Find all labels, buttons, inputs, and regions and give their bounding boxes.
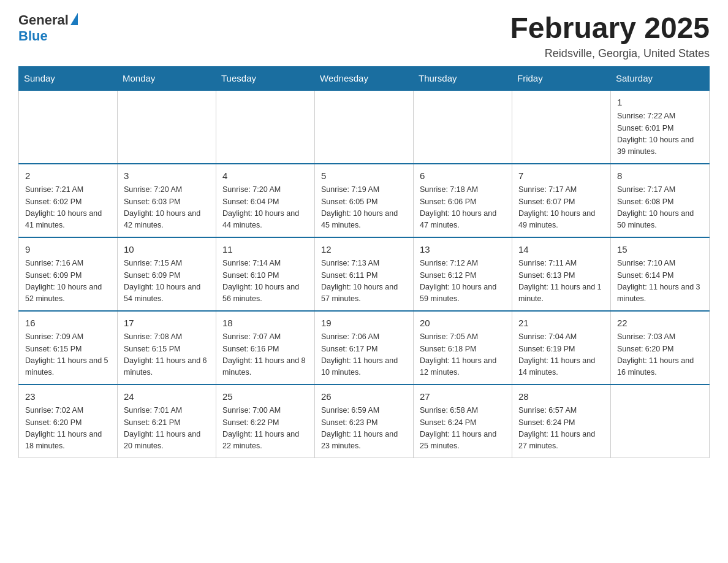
day-info: Sunrise: 7:13 AM Sunset: 6:11 PM Dayligh…	[321, 258, 407, 305]
day-info: Sunrise: 7:01 AM Sunset: 6:21 PM Dayligh…	[124, 405, 210, 453]
calendar-cell	[19, 90, 118, 164]
day-info: Sunrise: 7:00 AM Sunset: 6:22 PM Dayligh…	[222, 405, 308, 453]
day-info: Sunrise: 7:03 AM Sunset: 6:20 PM Dayligh…	[617, 331, 703, 379]
day-info: Sunrise: 7:20 AM Sunset: 6:03 PM Dayligh…	[124, 184, 210, 232]
calendar-cell: 5Sunrise: 7:19 AM Sunset: 6:05 PM Daylig…	[315, 164, 414, 237]
calendar-cell	[414, 90, 512, 164]
calendar-cell	[315, 90, 414, 164]
day-info: Sunrise: 7:04 AM Sunset: 6:19 PM Dayligh…	[518, 331, 604, 379]
day-info: Sunrise: 7:17 AM Sunset: 6:07 PM Dayligh…	[518, 184, 604, 232]
day-number: 3	[124, 169, 210, 183]
day-info: Sunrise: 7:16 AM Sunset: 6:09 PM Dayligh…	[25, 258, 111, 305]
day-info: Sunrise: 7:15 AM Sunset: 6:09 PM Dayligh…	[124, 258, 210, 305]
logo: General Blue	[18, 12, 78, 44]
day-number: 18	[222, 316, 308, 331]
day-number: 17	[124, 316, 210, 331]
calendar-cell: 23Sunrise: 7:02 AM Sunset: 6:20 PM Dayli…	[19, 385, 118, 458]
day-number: 1	[617, 96, 703, 110]
calendar-header-tuesday: Tuesday	[216, 66, 315, 90]
day-number: 5	[321, 169, 407, 183]
day-info: Sunrise: 7:21 AM Sunset: 6:02 PM Dayligh…	[25, 184, 111, 232]
calendar-cell	[611, 385, 710, 458]
logo-general-text: General	[18, 12, 69, 28]
day-number: 10	[124, 243, 210, 257]
calendar-week-row: 2Sunrise: 7:21 AM Sunset: 6:02 PM Daylig…	[19, 164, 710, 237]
day-number: 8	[617, 169, 703, 183]
day-number: 19	[321, 316, 407, 331]
calendar-cell: 7Sunrise: 7:17 AM Sunset: 6:07 PM Daylig…	[512, 164, 611, 237]
calendar-cell: 4Sunrise: 7:20 AM Sunset: 6:04 PM Daylig…	[216, 164, 315, 237]
calendar-cell: 13Sunrise: 7:12 AM Sunset: 6:12 PM Dayli…	[414, 237, 512, 311]
calendar-cell: 22Sunrise: 7:03 AM Sunset: 6:20 PM Dayli…	[611, 311, 710, 385]
calendar-header-thursday: Thursday	[414, 66, 512, 90]
calendar-cell: 21Sunrise: 7:04 AM Sunset: 6:19 PM Dayli…	[512, 311, 611, 385]
page-header: General Blue February 2025 Reidsville, G…	[18, 12, 710, 60]
calendar-cell: 18Sunrise: 7:07 AM Sunset: 6:16 PM Dayli…	[216, 311, 315, 385]
calendar-cell: 2Sunrise: 7:21 AM Sunset: 6:02 PM Daylig…	[19, 164, 118, 237]
day-info: Sunrise: 7:12 AM Sunset: 6:12 PM Dayligh…	[420, 258, 506, 305]
calendar-cell: 26Sunrise: 6:59 AM Sunset: 6:23 PM Dayli…	[315, 385, 414, 458]
calendar-cell: 27Sunrise: 6:58 AM Sunset: 6:24 PM Dayli…	[414, 385, 512, 458]
calendar-week-row: 23Sunrise: 7:02 AM Sunset: 6:20 PM Dayli…	[19, 385, 710, 458]
day-info: Sunrise: 7:17 AM Sunset: 6:08 PM Dayligh…	[617, 184, 703, 232]
day-number: 14	[518, 243, 604, 257]
calendar-week-row: 1Sunrise: 7:22 AM Sunset: 6:01 PM Daylig…	[19, 90, 710, 164]
day-number: 24	[124, 390, 210, 404]
day-number: 7	[518, 169, 604, 183]
logo-blue-text: Blue	[18, 28, 48, 44]
location-text: Reidsville, Georgia, United States	[510, 47, 710, 60]
day-number: 26	[321, 390, 407, 404]
calendar-cell: 15Sunrise: 7:10 AM Sunset: 6:14 PM Dayli…	[611, 237, 710, 311]
day-info: Sunrise: 7:07 AM Sunset: 6:16 PM Dayligh…	[222, 331, 308, 379]
day-number: 27	[420, 390, 506, 404]
day-number: 2	[25, 169, 111, 183]
logo-triangle-icon	[70, 13, 78, 25]
day-number: 28	[518, 390, 604, 404]
day-number: 25	[222, 390, 308, 404]
day-info: Sunrise: 7:22 AM Sunset: 6:01 PM Dayligh…	[617, 110, 703, 158]
day-number: 16	[25, 316, 111, 331]
calendar-cell: 12Sunrise: 7:13 AM Sunset: 6:11 PM Dayli…	[315, 237, 414, 311]
day-info: Sunrise: 7:08 AM Sunset: 6:15 PM Dayligh…	[124, 331, 210, 379]
day-number: 22	[617, 316, 703, 331]
day-number: 20	[420, 316, 506, 331]
title-section: February 2025 Reidsville, Georgia, Unite…	[510, 12, 710, 60]
calendar-cell: 14Sunrise: 7:11 AM Sunset: 6:13 PM Dayli…	[512, 237, 611, 311]
calendar-cell: 24Sunrise: 7:01 AM Sunset: 6:21 PM Dayli…	[118, 385, 216, 458]
day-number: 11	[222, 243, 308, 257]
calendar-cell	[216, 90, 315, 164]
day-info: Sunrise: 7:11 AM Sunset: 6:13 PM Dayligh…	[518, 258, 604, 305]
calendar-cell: 1Sunrise: 7:22 AM Sunset: 6:01 PM Daylig…	[611, 90, 710, 164]
day-info: Sunrise: 7:06 AM Sunset: 6:17 PM Dayligh…	[321, 331, 407, 379]
calendar-cell: 19Sunrise: 7:06 AM Sunset: 6:17 PM Dayli…	[315, 311, 414, 385]
day-info: Sunrise: 7:18 AM Sunset: 6:06 PM Dayligh…	[420, 184, 506, 232]
calendar-header-sunday: Sunday	[19, 66, 118, 90]
day-info: Sunrise: 6:57 AM Sunset: 6:24 PM Dayligh…	[518, 405, 604, 453]
calendar-cell: 6Sunrise: 7:18 AM Sunset: 6:06 PM Daylig…	[414, 164, 512, 237]
day-info: Sunrise: 6:59 AM Sunset: 6:23 PM Dayligh…	[321, 405, 407, 453]
day-number: 9	[25, 243, 111, 257]
calendar-cell: 16Sunrise: 7:09 AM Sunset: 6:15 PM Dayli…	[19, 311, 118, 385]
calendar-header-saturday: Saturday	[611, 66, 710, 90]
calendar-header-monday: Monday	[118, 66, 216, 90]
calendar-cell: 11Sunrise: 7:14 AM Sunset: 6:10 PM Dayli…	[216, 237, 315, 311]
calendar-cell: 28Sunrise: 6:57 AM Sunset: 6:24 PM Dayli…	[512, 385, 611, 458]
day-info: Sunrise: 7:09 AM Sunset: 6:15 PM Dayligh…	[25, 331, 111, 379]
calendar-cell	[118, 90, 216, 164]
calendar-week-row: 16Sunrise: 7:09 AM Sunset: 6:15 PM Dayli…	[19, 311, 710, 385]
calendar-week-row: 9Sunrise: 7:16 AM Sunset: 6:09 PM Daylig…	[19, 237, 710, 311]
calendar-header-wednesday: Wednesday	[315, 66, 414, 90]
calendar-table: SundayMondayTuesdayWednesdayThursdayFrid…	[18, 66, 710, 458]
day-info: Sunrise: 7:14 AM Sunset: 6:10 PM Dayligh…	[222, 258, 308, 305]
calendar-cell: 25Sunrise: 7:00 AM Sunset: 6:22 PM Dayli…	[216, 385, 315, 458]
day-number: 4	[222, 169, 308, 183]
day-info: Sunrise: 7:19 AM Sunset: 6:05 PM Dayligh…	[321, 184, 407, 232]
calendar-cell: 9Sunrise: 7:16 AM Sunset: 6:09 PM Daylig…	[19, 237, 118, 311]
day-number: 6	[420, 169, 506, 183]
day-info: Sunrise: 7:02 AM Sunset: 6:20 PM Dayligh…	[25, 405, 111, 453]
day-number: 21	[518, 316, 604, 331]
calendar-cell: 17Sunrise: 7:08 AM Sunset: 6:15 PM Dayli…	[118, 311, 216, 385]
day-info: Sunrise: 7:10 AM Sunset: 6:14 PM Dayligh…	[617, 258, 703, 305]
calendar-cell: 20Sunrise: 7:05 AM Sunset: 6:18 PM Dayli…	[414, 311, 512, 385]
calendar-cell: 3Sunrise: 7:20 AM Sunset: 6:03 PM Daylig…	[118, 164, 216, 237]
